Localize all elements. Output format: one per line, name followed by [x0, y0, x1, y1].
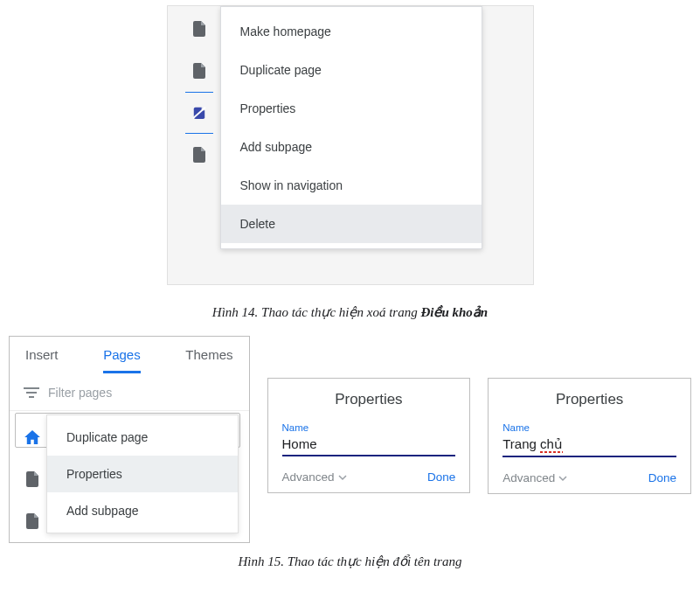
- done-button[interactable]: Done: [648, 471, 676, 484]
- caption-text: Hình 14. Thao tác thực hiện xoá trang: [212, 305, 421, 319]
- dialog-title: Properties: [502, 391, 676, 408]
- advanced-label: Advanced: [502, 471, 555, 484]
- done-button[interactable]: Done: [427, 470, 455, 484]
- tab-themes[interactable]: Themes: [185, 347, 232, 373]
- page-row[interactable]: [20, 458, 45, 500]
- document-icon: [192, 147, 206, 163]
- page-icon: [185, 134, 213, 176]
- panel-tabs: Insert Pages Themes: [10, 337, 249, 373]
- figure-14-caption: Hình 14. Thao tác thực hiện xoá trang Đi…: [3, 304, 697, 320]
- home-icon: [24, 430, 40, 444]
- page-icon-selected[interactable]: [185, 92, 213, 134]
- pages-panel: Insert Pages Themes Filter pages: [9, 336, 250, 543]
- page-icon: [185, 50, 213, 92]
- dialog-title: Properties: [282, 391, 456, 408]
- document-icon: [192, 21, 206, 37]
- menu-item-properties[interactable]: Properties: [47, 456, 238, 492]
- tab-pages[interactable]: Pages: [103, 347, 141, 373]
- figure-14: Make homepage Duplicate page Properties …: [3, 5, 697, 294]
- figure-15: Insert Pages Themes Filter pages: [3, 336, 697, 543]
- name-input[interactable]: Home: [282, 435, 456, 456]
- pages-list: Duplicate page Properties Add subpage: [10, 411, 249, 542]
- figure-15-caption: Hình 15. Thao tác thực hiện đổi tên tran…: [3, 554, 697, 569]
- document-icon: [25, 513, 39, 529]
- menu-item-show-in-navigation[interactable]: Show in navigation: [221, 166, 482, 205]
- properties-dialog-b: Properties Name Trang chủ Advanced Done: [488, 378, 691, 494]
- document-icon: [25, 471, 39, 487]
- name-input-text: Trang: [502, 436, 540, 451]
- advanced-toggle[interactable]: Advanced: [282, 470, 347, 484]
- menu-item-add-subpage[interactable]: Add subpage: [221, 128, 482, 166]
- name-input[interactable]: Trang chủ: [502, 435, 676, 457]
- tab-insert[interactable]: Insert: [25, 347, 59, 373]
- filter-icon: [24, 387, 39, 399]
- page-context-menu-small: Duplicate page Properties Add subpage: [46, 414, 239, 533]
- properties-dialog-a: Properties Name Home Advanced Done: [267, 378, 471, 493]
- menu-item-delete[interactable]: Delete: [221, 205, 482, 243]
- spellcheck-underline: chủ: [540, 436, 563, 452]
- menu-item-add-subpage[interactable]: Add subpage: [47, 492, 238, 529]
- page-row[interactable]: [20, 500, 45, 542]
- document-icon: [192, 63, 206, 79]
- advanced-label: Advanced: [282, 470, 335, 484]
- menu-item-make-homepage[interactable]: Make homepage: [221, 12, 482, 51]
- page-icon: [185, 8, 213, 50]
- filter-pages-row[interactable]: Filter pages: [10, 373, 249, 411]
- chevron-down-icon: [338, 473, 347, 482]
- menu-item-duplicate-page[interactable]: Duplicate page: [47, 419, 238, 456]
- figure-14-panel: Make homepage Duplicate page Properties …: [167, 5, 534, 285]
- hidden-page-icon: [192, 105, 206, 121]
- page-context-menu: Make homepage Duplicate page Properties …: [220, 6, 482, 249]
- chevron-down-icon: [558, 474, 567, 483]
- caption-bold: Điều khoản: [420, 305, 488, 319]
- filter-placeholder: Filter pages: [48, 386, 112, 400]
- page-icon-column: [185, 8, 213, 176]
- name-label: Name: [282, 422, 456, 433]
- menu-item-properties[interactable]: Properties: [221, 89, 482, 128]
- home-page-row[interactable]: [20, 416, 45, 458]
- page-row-icons: [20, 416, 45, 542]
- name-label: Name: [502, 422, 676, 433]
- advanced-toggle[interactable]: Advanced: [502, 471, 567, 484]
- menu-item-duplicate-page[interactable]: Duplicate page: [221, 51, 482, 89]
